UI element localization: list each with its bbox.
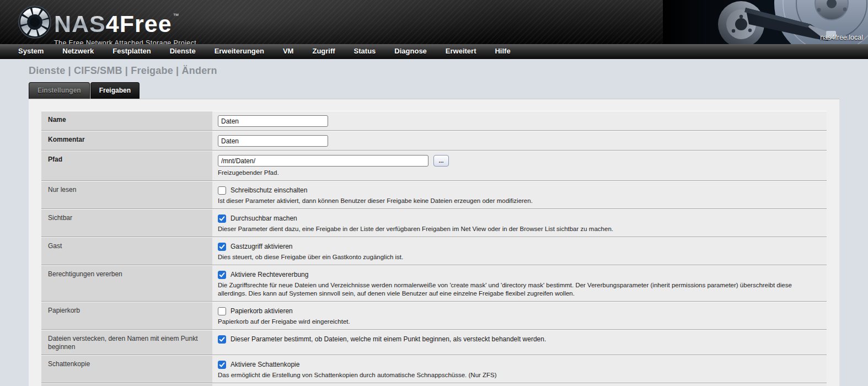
field-value-area: ...Freizugebender Pfad. [212, 151, 827, 180]
checkbox-label: Papierkorb aktivieren [231, 307, 293, 315]
form-row: Nur lesenSchreibschutz einschaltenIst di… [41, 181, 827, 209]
field-value-area: Papierkorb aktivierenPapierkorb auf der … [212, 302, 827, 329]
field-value-area: Aktiviere RechtevererbungDie Zugriffsrec… [212, 266, 827, 301]
trademark-symbol: ™ [173, 12, 180, 19]
form-row: Pfad...Freizugebender Pfad. [41, 151, 827, 181]
checkbox[interactable] [218, 215, 226, 223]
form-row: GastGastzugriff aktivierenDies steuert, … [41, 237, 827, 265]
checkbox[interactable] [218, 361, 226, 369]
nav-item-erweitert[interactable]: Erweitert [436, 44, 486, 58]
checkbox-label: Dieser Parameter bestimmt, ob Dateien, w… [231, 335, 546, 343]
brand-wordmark: NAS4Free™ The Free Network Attached Stor… [54, 1, 196, 44]
field-value-area: Aktiviere SchattenkopieDas ermöglicht di… [212, 356, 827, 383]
page-content: Dienste | CIFS/SMB | Freigabe | Ändern E… [0, 59, 868, 386]
field-hint: Ist dieser Parameter aktiviert, dann kön… [218, 197, 820, 205]
form-row: PapierkorbPapierkorb aktivierenPapierkor… [41, 302, 827, 330]
nav-item-festplatten[interactable]: Festplatten [103, 44, 160, 58]
breadcrumb: Dienste | CIFS/SMB | Freigabe | Ändern [29, 65, 868, 77]
field-label: Kommentar [41, 131, 212, 150]
field-hint: Dieser Parameter dient dazu, eine Freiga… [218, 225, 820, 233]
field-label: Papierkorb [41, 302, 212, 329]
nav-item-dienste[interactable]: Dienste [160, 44, 205, 58]
nav-item-diagnose[interactable]: Diagnose [385, 44, 436, 58]
field-value-area [212, 111, 827, 130]
checkbox-label: Aktiviere Schattenkopie [231, 361, 299, 368]
brand-tagline: The Free Network Attached Storage Projec… [54, 39, 196, 44]
app-header: NAS4Free™ The Free Network Attached Stor… [0, 0, 868, 44]
nav-item-system[interactable]: System [9, 44, 53, 58]
field-value-area: Gastzugriff aktivierenDies steuert, ob d… [212, 238, 827, 265]
brand-nas: NAS [54, 10, 106, 37]
nas4free-logo-icon [18, 4, 52, 42]
field-label: Gast [41, 238, 212, 265]
field-value-area: Das Format für das Abbild der Schattenko… [212, 384, 827, 386]
nav-item-vm[interactable]: VM [274, 44, 303, 58]
field-label: Sichtbar [41, 210, 212, 237]
field-value-area: Durchsuchbar machenDieser Parameter dien… [212, 210, 827, 237]
tab-panel: NameKommentarPfad...Freizugebender Pfad.… [29, 99, 839, 386]
form-row: Name [41, 111, 827, 131]
field-value-area: Schreibschutz einschaltenIst dieser Para… [212, 181, 827, 208]
form-row: Kommentar [41, 131, 827, 151]
field-label: Nur lesen [41, 181, 212, 208]
nav-item-erweiterungen[interactable]: Erweiterungen [205, 44, 274, 58]
tab-einstellungen[interactable]: Einstellungen [29, 82, 90, 99]
tab-freigaben[interactable]: Freigaben [90, 82, 140, 99]
path-input[interactable] [218, 155, 428, 167]
checkbox-label: Schreibschutz einschalten [231, 186, 307, 194]
checkbox[interactable] [218, 335, 226, 344]
field-label: Name [41, 111, 212, 130]
field-hint: Die Zugriffsrechte für neue Dateien und … [218, 281, 820, 298]
form-row: SchattenkopieAktiviere SchattenkopieDas … [41, 355, 827, 383]
form-row: Schattenkopie-FormatDas Format für das A… [41, 383, 827, 386]
checkbox[interactable] [218, 186, 226, 195]
nav-item-status[interactable]: Status [345, 44, 385, 58]
main-nav: SystemNetzwerkFestplattenDiensteErweiter… [0, 44, 868, 59]
field-hint: Das ermöglicht die Erstellung von Schatt… [218, 371, 820, 379]
nav-item-hilfe[interactable]: Hilfe [485, 44, 519, 58]
checkbox-label: Gastzugriff aktivieren [231, 243, 293, 250]
brand-4free: 4Free [106, 10, 172, 37]
tab-bar: EinstellungenFreigaben [29, 82, 868, 99]
settings-form: NameKommentarPfad...Freizugebender Pfad.… [41, 111, 827, 386]
field-value-area [212, 131, 827, 150]
browse-button[interactable]: ... [433, 155, 449, 167]
field-hint: Freizugebender Pfad. [218, 169, 820, 177]
field-label: Schattenkopie [41, 356, 212, 383]
form-row: SichtbarDurchsuchbar machenDieser Parame… [41, 209, 827, 237]
text-input[interactable] [218, 115, 328, 127]
nav-item-netzwerk[interactable]: Netzwerk [53, 44, 103, 58]
field-hint: Dies steuert, ob diese Freigabe über ein… [218, 253, 820, 261]
field-value-area: Dieser Parameter bestimmt, ob Dateien, w… [212, 330, 827, 355]
checkbox-label: Durchsuchbar machen [231, 215, 297, 222]
checkbox[interactable] [218, 271, 226, 279]
field-label: Dateien verstecken, deren Namen mit eine… [41, 330, 212, 355]
field-label: Berechtigungen vererben [41, 266, 212, 301]
field-label: Schattenkopie-Format [41, 384, 212, 386]
checkbox[interactable] [218, 307, 226, 315]
hostname-label: nas4free.local [820, 34, 863, 41]
field-hint: Papierkorb auf der Freigabe wird eingere… [218, 318, 820, 326]
form-row: Dateien verstecken, deren Namen mit eine… [41, 330, 827, 355]
form-row: Berechtigungen vererbenAktiviere Rechtev… [41, 265, 827, 302]
checkbox-label: Aktiviere Rechtevererbung [231, 271, 308, 278]
text-input[interactable] [218, 135, 328, 147]
checkbox[interactable] [218, 243, 226, 251]
field-label: Pfad [41, 151, 212, 180]
nav-item-zugriff[interactable]: Zugriff [303, 44, 344, 58]
